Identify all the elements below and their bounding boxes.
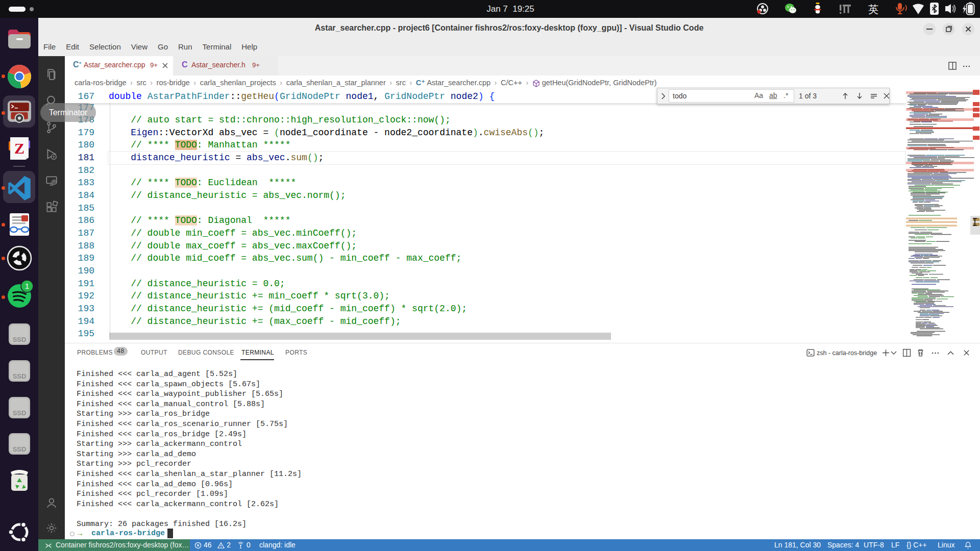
svg-text:SSD: SSD — [13, 409, 27, 417]
svg-text:SSD: SSD — [13, 336, 27, 343]
svg-text:英: 英 — [868, 4, 878, 15]
svg-text:SSD: SSD — [13, 372, 27, 380]
svg-text:1: 1 — [25, 282, 29, 290]
svg-text:Z: Z — [14, 140, 24, 157]
svg-text:SSD: SSD — [13, 445, 27, 453]
